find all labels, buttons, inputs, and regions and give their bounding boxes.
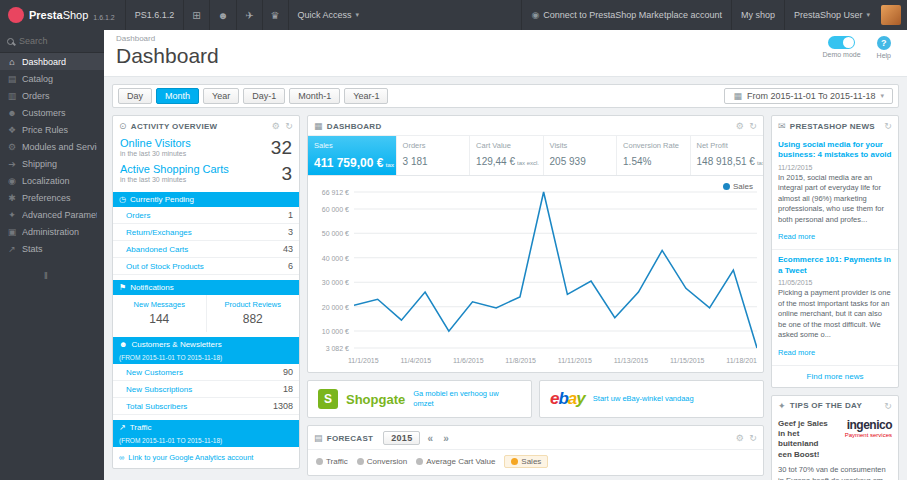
shopgate-ad[interactable]: S Shopgate Ga mobiel en verhoog uw omzet	[307, 380, 532, 418]
page-title: Dashboard	[116, 44, 895, 68]
sidebar-item-preferences[interactable]: ✱Preferences	[0, 189, 104, 206]
x-axis: 11/1/201511/4/201511/6/201511/8/201511/1…	[308, 354, 763, 372]
gear-icon[interactable]: ⚙	[736, 121, 744, 131]
find-more-news-link[interactable]: Find more news	[772, 366, 898, 387]
topbar: PrestaShop 1.6.1.2 PS1.6.1.2 ⊞ ☻ ✈ ♛ Qui…	[0, 0, 907, 30]
right-column: ✉ PRESTASHOP NEWS ↻ Using social media f…	[771, 115, 899, 480]
filter-month-1-button[interactable]: Month-1	[289, 88, 340, 104]
marketplace-connect-link[interactable]: ◉ Connect to PrestaShop Marketplace acco…	[521, 0, 730, 30]
legend-conversion[interactable]: Conversion	[357, 457, 407, 466]
panel-tools: ↻	[884, 401, 892, 411]
google-analytics-link[interactable]: ∞ Link to your Google Analytics account	[113, 447, 299, 468]
legend-sales[interactable]: Sales	[504, 455, 548, 468]
sidebar-item-shipping[interactable]: ➔Shipping	[0, 155, 104, 172]
news-article: Ecommerce 101: Payments in a Tweet 11/05…	[772, 250, 898, 365]
news-article-title[interactable]: Using social media for your business: 4 …	[778, 140, 892, 161]
cart-icon[interactable]: ⊞	[183, 0, 208, 30]
marketplace-connect-label: Connect to PrestaShop Marketplace accoun…	[543, 10, 722, 20]
breadcrumb[interactable]: Dashboard	[116, 34, 895, 43]
next-year-button[interactable]: »	[440, 433, 452, 444]
refresh-icon[interactable]: ↻	[749, 121, 757, 131]
date-range-picker[interactable]: ▦ From 2015-11-01 To 2015-11-18 ▾	[724, 88, 893, 104]
sidebar-item-localization[interactable]: ◉Localization	[0, 172, 104, 189]
traffic-header: ↗ Traffic (FROM 2015-11-01 TO 2015-11-18…	[113, 420, 299, 447]
sidebar-item-orders[interactable]: ▥Orders	[0, 87, 104, 104]
gear-icon[interactable]: ⚙	[272, 121, 280, 131]
sidebar-search[interactable]	[0, 30, 104, 53]
refresh-icon[interactable]: ↻	[285, 121, 293, 131]
kpi-net-profit[interactable]: Net Profit 148 918,51 €tax excl.	[690, 136, 763, 175]
y-axis-tick: 50 000 €	[322, 230, 349, 237]
kpi-cart-value[interactable]: Cart Value 129,44 €tax excl.	[469, 136, 542, 175]
gear-icon[interactable]: ⚙	[736, 433, 744, 443]
new-subscriptions-row[interactable]: New Subscriptions18	[113, 381, 299, 398]
refresh-icon[interactable]: ↻	[884, 401, 892, 411]
read-more-link[interactable]: Read more	[778, 232, 815, 241]
messages-icon[interactable]: ✈	[236, 0, 261, 30]
shopgate-brand: Shopgate	[346, 392, 405, 407]
pending-returns-row[interactable]: Return/Exchanges3	[113, 224, 299, 241]
filter-day-1-button[interactable]: Day-1	[243, 88, 285, 104]
active-carts-metric[interactable]: Active Shopping Carts in the last 30 min…	[113, 161, 299, 187]
total-subscribers-row[interactable]: Total Subscribers1308	[113, 398, 299, 415]
sidebar-item-price-rules[interactable]: ❖Price Rules	[0, 121, 104, 138]
my-shop-link[interactable]: My shop	[731, 0, 784, 30]
traffic-title: Traffic	[130, 423, 152, 432]
pending-abandoned-carts-row[interactable]: Abandoned Carts43	[113, 241, 299, 258]
quick-access-menu[interactable]: Quick Access ▾	[288, 0, 369, 30]
news-article-excerpt: Picking a payment provider is one of the…	[778, 288, 892, 341]
sidebar-item-catalog[interactable]: ▤Catalog	[0, 70, 104, 87]
previous-year-button[interactable]: «	[424, 433, 436, 444]
sidebar-item-dashboard[interactable]: ⌂Dashboard	[0, 53, 104, 70]
kpi-visits[interactable]: Visits 205 939	[543, 136, 616, 175]
pending-out-of-stock-row[interactable]: Out of Stock Products6	[113, 258, 299, 275]
legend-average-cart-value[interactable]: Average Cart Value	[416, 457, 495, 466]
filter-month-button[interactable]: Month	[156, 88, 199, 104]
kpi-orders[interactable]: Orders 3 181	[396, 136, 469, 175]
news-panel-header: ✉ PRESTASHOP NEWS ↻	[772, 116, 898, 135]
read-more-link[interactable]: Read more	[778, 348, 815, 357]
forecast-panel: ▤ FORECAST 2015 « » ⚙ ↻ Traffic Conversi…	[307, 425, 764, 476]
badges-icon[interactable]: ♛	[262, 0, 288, 30]
shopgate-logo-icon: S	[318, 389, 338, 409]
chart-legend[interactable]: Sales	[723, 182, 753, 191]
product-reviews-cell[interactable]: Product Reviews 882	[207, 295, 300, 332]
new-customers-row[interactable]: New Customers90	[113, 364, 299, 381]
tips-headline: Geef je Sales in het buitenland een Boos…	[778, 419, 831, 461]
user-menu[interactable]: PrestaShop User ▾	[784, 0, 879, 30]
customers-icon[interactable]: ☻	[209, 0, 237, 30]
forecast-year-select[interactable]: 2015	[383, 431, 420, 445]
globe-icon: ◉	[531, 10, 539, 20]
sidebar-item-advanced-parameters[interactable]: ✦Advanced Parameters	[0, 206, 104, 223]
news-article-title[interactable]: Ecommerce 101: Payments in a Tweet	[778, 255, 892, 276]
kpi-conversion-rate[interactable]: Conversion Rate 1.54%	[616, 136, 689, 175]
help-icon[interactable]: ?	[877, 36, 891, 50]
sidebar-item-modules[interactable]: ⚙Modules and Services	[0, 138, 104, 155]
news-article-excerpt: In 2015, social media are an integral pa…	[778, 173, 892, 226]
ebay-ad[interactable]: ebay Start uw eBay-winkel vandaag	[539, 380, 764, 418]
y-axis-tick: 10 000 €	[322, 328, 349, 335]
refresh-icon[interactable]: ↻	[749, 433, 757, 443]
filter-day-button[interactable]: Day	[118, 88, 152, 104]
demo-mode-toggle[interactable]	[828, 36, 855, 49]
dashboard-columns: ⊙ ACTIVITY OVERVIEW ⚙ ↻ Online Visitors …	[104, 115, 907, 480]
active-carts-value: 3	[281, 163, 292, 185]
legend-traffic[interactable]: Traffic	[316, 457, 348, 466]
sidebar-item-administration[interactable]: ▣Administration	[0, 223, 104, 240]
prestashop-logo[interactable]: PrestaShop 1.6.1.2	[0, 0, 125, 30]
y-axis-tick: 3 082 €	[326, 345, 349, 352]
sidebar-item-stats[interactable]: ↗Stats	[0, 240, 104, 257]
kpi-sales[interactable]: Sales 411 759,00 €tax excl.	[308, 136, 396, 175]
filter-year-1-button[interactable]: Year-1	[344, 88, 388, 104]
avatar[interactable]	[881, 5, 901, 25]
sidebar-item-customers[interactable]: ☻Customers	[0, 104, 104, 121]
tax-note: tax excl.	[517, 160, 539, 166]
shop-name-link[interactable]: PS1.6.1.2	[125, 0, 184, 30]
sidebar-collapse-button[interactable]: ‖	[0, 257, 104, 281]
refresh-icon[interactable]: ↻	[884, 121, 892, 131]
filter-year-button[interactable]: Year	[203, 88, 239, 104]
online-visitors-metric[interactable]: Online Visitors in the last 30 minutes 3…	[113, 135, 299, 161]
new-messages-cell[interactable]: New Messages 144	[113, 295, 207, 332]
search-input[interactable]	[19, 36, 91, 46]
pending-orders-row[interactable]: Orders1	[113, 207, 299, 224]
